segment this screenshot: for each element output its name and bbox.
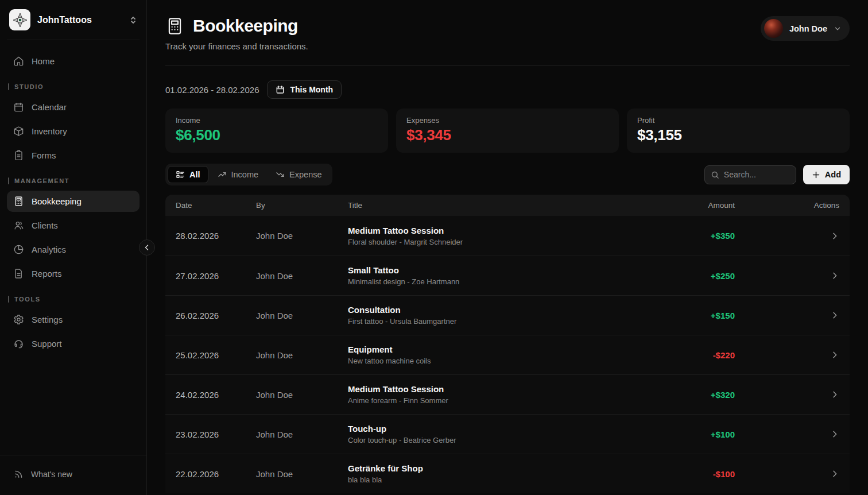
up-down-caret-icon[interactable] [129,16,137,25]
tab-expense[interactable]: Expense [268,166,330,183]
col-header-title: Title [348,201,666,210]
sidebar-item-label: Forms [32,150,56,160]
home-icon [13,56,24,67]
chevron-right-icon[interactable] [830,311,839,320]
table-row[interactable]: 27.02.2026 John Doe Small Tattoo Minimal… [165,256,850,295]
row-date: 22.02.2026 [176,469,256,479]
sidebar-item-label: Analytics [32,245,66,254]
chevron-down-icon [834,25,842,33]
row-actions [735,311,839,320]
sidebar-item-calendar[interactable]: Calendar [7,96,140,118]
box-icon [13,126,24,137]
table-row[interactable]: 22.02.2026 John Doe Getränke für Shop bl… [165,454,850,493]
headset-icon [13,338,24,349]
row-date: 28.02.2026 [176,231,256,241]
stat-card-income: Income $6,500 [165,109,388,153]
row-subtitle: Color touch-up - Beatrice Gerber [348,436,666,444]
chevron-right-icon[interactable] [830,390,839,399]
sidebar-section-management: MANAGEMENT [8,177,138,184]
row-title: Equipment [348,345,666,354]
tab-income[interactable]: Income [210,166,267,183]
chevron-right-icon[interactable] [830,350,839,359]
file-icon [13,268,24,279]
row-subtitle: Minimalist design - Zoe Hartmann [348,277,666,286]
sidebar-item-settings[interactable]: Settings [7,309,140,330]
stat-card-profit: Profit $3,155 [627,109,850,153]
calculator-icon [165,17,184,36]
sidebar-item-reports[interactable]: Reports [7,263,140,284]
add-button-label: Add [825,170,841,179]
period-button[interactable]: This Month [267,80,342,99]
row-by: John Doe [256,350,348,360]
sidebar-footer: What's new [0,455,146,495]
whats-new-link[interactable]: What's new [7,463,140,485]
row-date: 26.02.2026 [176,311,256,320]
tab-label: Income [231,170,259,179]
table-row[interactable]: 24.02.2026 John Doe Medium Tattoo Sessio… [165,374,850,414]
chevron-right-icon[interactable] [830,231,839,241]
layout-list-icon [176,170,185,179]
tab-all[interactable]: All [168,166,208,183]
row-date: 24.02.2026 [176,390,256,400]
row-by: John Doe [256,390,348,400]
row-amount: +$350 [666,231,735,241]
sidebar-item-label: Clients [32,221,58,230]
table-row[interactable]: 28.02.2026 John Doe Medium Tattoo Sessio… [165,216,850,256]
sidebar-item-label: Inventory [32,126,67,136]
section-label-text: STUDIO [14,83,44,90]
sidebar-item-inventory[interactable]: Inventory [7,121,140,142]
calculator-icon [13,196,24,207]
sidebar-item-analytics[interactable]: Analytics [7,239,140,260]
stat-cards: Income $6,500 Expenses $3,345 Profit $3,… [165,109,850,153]
row-title: Getränke für Shop [348,463,666,473]
row-actions [735,430,839,439]
col-header-amount: Amount [666,201,735,210]
star-emblem-icon [13,13,28,28]
rss-icon [13,469,24,479]
chevron-left-icon [144,244,150,251]
clipboard-icon [13,150,24,161]
row-actions [735,271,839,280]
table-controls: All Income Expense [165,164,850,185]
chevron-right-icon[interactable] [830,430,839,439]
table-row[interactable]: 26.02.2026 John Doe Consultation First t… [165,295,850,335]
search-input[interactable] [724,170,790,179]
row-amount: +$100 [666,430,735,439]
user-name: John Doe [789,24,827,33]
table-row[interactable]: 25.02.2026 John Doe Equipment New tattoo… [165,335,850,374]
gear-icon [13,314,24,325]
sidebar-item-label: Settings [32,315,63,324]
table-row[interactable]: 23.02.2026 John Doe Touch-up Color touch… [165,414,850,454]
stat-card-expenses: Expenses $3,345 [396,109,619,153]
stat-value: $6,500 [176,126,378,144]
sidebar-item-label: Bookkeeping [32,196,82,206]
sidebar-collapse-button[interactable] [139,239,155,256]
chevron-right-icon[interactable] [830,469,839,478]
workspace-logo [9,9,30,30]
row-date: 25.02.2026 [176,350,256,360]
user-menu[interactable]: John Doe [761,16,850,41]
row-by: John Doe [256,469,348,479]
sidebar-section-tools: TOOLS [8,296,138,303]
tab-label: All [189,170,200,179]
sidebar-item-support[interactable]: Support [7,333,140,354]
page-header: Bookkeeping Track your finances and tran… [165,0,850,51]
add-button[interactable]: Add [803,165,850,184]
sidebar-item-forms[interactable]: Forms [7,145,140,166]
stat-value: $3,345 [406,126,609,144]
page-subtitle: Track your finances and transactions. [165,41,308,51]
chevron-right-icon[interactable] [830,271,839,280]
section-bar [8,83,9,90]
row-amount: +$320 [666,390,735,400]
row-actions [735,350,839,359]
stat-label: Income [176,116,378,125]
sidebar-item-clients[interactable]: Clients [7,215,140,236]
header-divider [165,65,850,66]
row-subtitle: New tattoo machine coils [348,357,666,365]
row-subtitle: Floral shoulder - Margrit Schneider [348,238,666,246]
workspace-switcher[interactable]: JohnTattoos [0,0,146,38]
stat-value: $3,155 [637,126,839,144]
sidebar-item-bookkeeping[interactable]: Bookkeeping [7,191,140,212]
whats-new-label: What's new [31,470,72,479]
sidebar-item-home[interactable]: Home [7,51,140,72]
